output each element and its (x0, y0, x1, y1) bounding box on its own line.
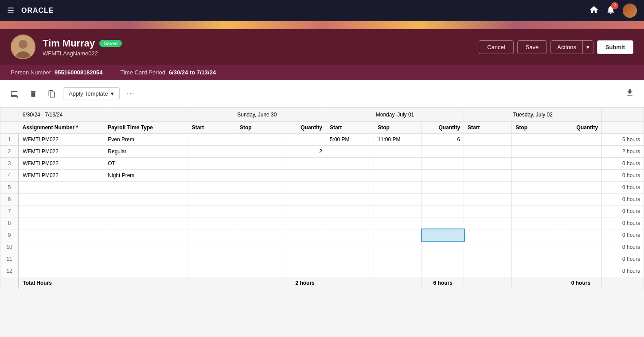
sun-start-cell[interactable] (188, 170, 236, 182)
sun-stop-cell[interactable] (236, 205, 284, 217)
assignment-cell[interactable]: WFMTLPM022 (19, 134, 104, 146)
sun-qty-cell[interactable] (284, 194, 326, 205)
assignment-cell[interactable]: WFMTLPM022 (19, 146, 104, 158)
mon-stop-cell[interactable] (374, 253, 422, 265)
download-button[interactable] (623, 85, 637, 102)
mon-stop-cell[interactable] (374, 241, 422, 253)
tue-stop-cell[interactable] (512, 170, 560, 182)
sun-start-cell[interactable] (188, 205, 236, 217)
tue-stop-cell[interactable] (512, 205, 560, 217)
mon-start-cell[interactable] (326, 217, 374, 229)
tue-stop-cell[interactable] (512, 134, 560, 146)
sun-start-cell[interactable] (188, 146, 236, 158)
payroll-type-cell[interactable]: Regular (104, 146, 188, 158)
comment-button[interactable] (7, 87, 22, 101)
mon-stop-cell[interactable] (374, 217, 422, 229)
mon-stop-cell[interactable] (374, 182, 422, 194)
sun-qty-cell[interactable] (284, 253, 326, 265)
sun-start-cell[interactable] (188, 182, 236, 194)
mon-start-cell[interactable] (326, 158, 374, 170)
mon-start-cell[interactable] (326, 253, 374, 265)
mon-stop-cell[interactable] (374, 146, 422, 158)
sun-qty-cell[interactable] (284, 182, 326, 194)
cancel-button[interactable]: Cancel (479, 40, 513, 54)
tue-start-cell[interactable] (464, 229, 512, 241)
mon-stop-cell[interactable] (374, 265, 422, 277)
mon-qty-cell[interactable] (422, 205, 464, 217)
assignment-cell[interactable]: WFMTLPM022 (19, 170, 104, 182)
payroll-type-cell[interactable] (104, 241, 188, 253)
payroll-type-cell[interactable] (104, 265, 188, 277)
tue-stop-cell[interactable] (512, 182, 560, 194)
sun-qty-cell[interactable] (284, 158, 326, 170)
mon-stop-cell[interactable] (374, 170, 422, 182)
tue-qty-cell[interactable] (560, 134, 602, 146)
mon-start-cell[interactable] (326, 170, 374, 182)
save-button[interactable]: Save (517, 40, 547, 54)
payroll-type-cell[interactable]: Night Prem (104, 170, 188, 182)
mon-start-cell[interactable] (326, 241, 374, 253)
assignment-cell[interactable] (19, 253, 104, 265)
tue-qty-cell[interactable] (560, 194, 602, 205)
tue-stop-cell[interactable] (512, 217, 560, 229)
sun-start-cell[interactable] (188, 265, 236, 277)
tue-qty-cell[interactable] (560, 253, 602, 265)
tue-stop-cell[interactable] (512, 158, 560, 170)
sun-start-cell[interactable] (188, 194, 236, 205)
hamburger-icon[interactable]: ☰ (7, 6, 14, 15)
copy-button[interactable] (44, 87, 59, 101)
sun-qty-cell[interactable] (284, 241, 326, 253)
mon-qty-cell[interactable] (422, 182, 464, 194)
mon-qty-cell[interactable] (422, 194, 464, 205)
tue-stop-cell[interactable] (512, 253, 560, 265)
mon-stop-cell[interactable] (374, 205, 422, 217)
sun-stop-cell[interactable] (236, 146, 284, 158)
tue-stop-cell[interactable] (512, 265, 560, 277)
tue-start-cell[interactable] (464, 182, 512, 194)
sun-start-cell[interactable] (188, 229, 236, 241)
sun-qty-cell[interactable]: 2 (284, 146, 326, 158)
payroll-type-cell[interactable] (104, 253, 188, 265)
assignment-cell[interactable] (19, 241, 104, 253)
sun-qty-cell[interactable] (284, 170, 326, 182)
mon-qty-cell[interactable] (422, 170, 464, 182)
sun-start-cell[interactable] (188, 241, 236, 253)
tue-start-cell[interactable] (464, 194, 512, 205)
mon-qty-cell[interactable] (422, 229, 464, 241)
submit-button[interactable]: Submit (597, 40, 633, 54)
sun-qty-cell[interactable] (284, 265, 326, 277)
mon-stop-cell[interactable] (374, 229, 422, 241)
assignment-cell[interactable]: WFMTLPM022 (19, 158, 104, 170)
tue-qty-cell[interactable] (560, 241, 602, 253)
tue-start-cell[interactable] (464, 158, 512, 170)
more-options-button[interactable]: ··· (123, 86, 138, 101)
tue-qty-cell[interactable] (560, 170, 602, 182)
sun-start-cell[interactable] (188, 253, 236, 265)
sun-qty-cell[interactable] (284, 229, 326, 241)
actions-main-button[interactable]: Actions (551, 41, 582, 54)
tue-start-cell[interactable] (464, 265, 512, 277)
tue-qty-cell[interactable] (560, 182, 602, 194)
sun-start-cell[interactable] (188, 158, 236, 170)
apply-template-button[interactable]: Apply Template ▾ (63, 87, 120, 100)
mon-qty-cell[interactable] (422, 146, 464, 158)
mon-qty-cell[interactable] (422, 253, 464, 265)
sun-start-cell[interactable] (188, 217, 236, 229)
sun-stop-cell[interactable] (236, 158, 284, 170)
mon-start-cell[interactable] (326, 229, 374, 241)
sun-start-cell[interactable] (188, 134, 236, 146)
tue-qty-cell[interactable] (560, 158, 602, 170)
sun-stop-cell[interactable] (236, 265, 284, 277)
mon-start-cell[interactable] (326, 182, 374, 194)
tue-start-cell[interactable] (464, 134, 512, 146)
tue-start-cell[interactable] (464, 217, 512, 229)
tue-qty-cell[interactable] (560, 205, 602, 217)
sun-qty-cell[interactable] (284, 134, 326, 146)
sun-stop-cell[interactable] (236, 253, 284, 265)
tue-start-cell[interactable] (464, 205, 512, 217)
tue-qty-cell[interactable] (560, 217, 602, 229)
payroll-type-cell[interactable] (104, 182, 188, 194)
tue-qty-cell[interactable] (560, 229, 602, 241)
mon-start-cell[interactable] (326, 205, 374, 217)
tue-start-cell[interactable] (464, 253, 512, 265)
